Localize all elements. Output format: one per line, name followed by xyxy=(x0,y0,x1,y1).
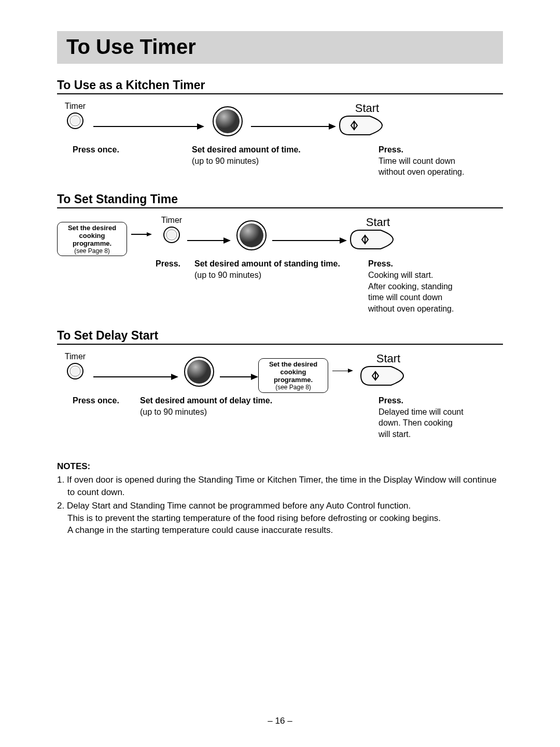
timer-button-icon xyxy=(66,112,84,130)
timer-button-icon xyxy=(66,362,84,380)
start-label: Start xyxy=(355,102,379,115)
delay-row: Timer Set the desired cooking programme.… xyxy=(57,352,503,393)
start-button-block: Start xyxy=(347,216,409,250)
timer-label: Timer xyxy=(161,216,182,225)
caption: Press.Delayed time will countdown. Then … xyxy=(379,395,464,440)
dial-block xyxy=(231,219,272,252)
programme-box: Set the desired cooking programme. (see … xyxy=(57,222,127,257)
programme-box: Set the desired cooking programme. (see … xyxy=(258,358,328,393)
standing-captions: Press. Set desired amount of standing ti… xyxy=(57,258,503,314)
page-title: To Use Timer xyxy=(57,31,503,64)
section-heading-kitchen: To Use as a Kitchen Timer xyxy=(57,78,503,94)
arrow-icon xyxy=(93,361,178,392)
arrow-icon xyxy=(220,361,258,392)
page-number: – 16 – xyxy=(0,716,560,726)
arrow-icon xyxy=(272,225,347,256)
svg-point-8 xyxy=(167,231,176,239)
dial-icon xyxy=(183,355,216,388)
kitchen-captions: Press once. Set desired amount of time.(… xyxy=(57,144,503,178)
svg-point-4 xyxy=(216,109,240,133)
start-button-block: Start xyxy=(357,352,419,386)
arrow-icon xyxy=(332,369,353,373)
dial-icon xyxy=(211,105,244,138)
arrow-icon xyxy=(187,225,231,256)
caption: Set desired amount of delay time.(up to … xyxy=(140,395,363,440)
section-heading-standing: To Set Standing Time xyxy=(57,192,503,208)
svg-point-2 xyxy=(71,117,79,125)
standing-row: Set the desired cooking programme. (see … xyxy=(57,216,503,257)
note-item: 1. If oven door is opened during the Sta… xyxy=(57,474,503,499)
caption: Press once. xyxy=(73,395,140,440)
caption: Press. xyxy=(156,258,194,314)
timer-label: Timer xyxy=(65,352,86,361)
section-heading-delay: To Set Delay Start xyxy=(57,329,503,345)
start-button-icon xyxy=(339,115,396,136)
notes-heading: NOTES: xyxy=(57,460,503,473)
svg-point-14 xyxy=(71,367,79,375)
timer-button-icon xyxy=(163,226,180,244)
svg-point-10 xyxy=(240,223,263,247)
manual-page: To Use Timer To Use as a Kitchen Timer T… xyxy=(0,0,560,537)
caption: Set desired amount of standing time.(up … xyxy=(194,258,355,314)
start-button-block: Start xyxy=(336,102,398,136)
dial-icon xyxy=(235,219,268,252)
note-subline: A change in the starting temperature cou… xyxy=(57,524,503,537)
start-button-icon xyxy=(360,365,417,386)
timer-label: Timer xyxy=(65,102,86,111)
start-label: Start xyxy=(376,352,400,365)
note-subline: This is to prevent the starting temperat… xyxy=(57,512,503,525)
arrow-icon xyxy=(93,111,204,142)
caption: Set desired amount of time.(up to 90 min… xyxy=(192,144,358,178)
kitchen-row: Timer Start xyxy=(57,102,503,142)
svg-point-16 xyxy=(187,360,211,384)
arrow-icon xyxy=(251,111,336,142)
start-label: Start xyxy=(366,216,390,229)
timer-button-block: Timer xyxy=(57,102,93,130)
note-item: 2. Delay Start and Standing Time cannot … xyxy=(57,500,503,512)
caption: Press.Cooking will start.After cooking, … xyxy=(368,258,454,314)
delay-captions: Press once. Set desired amount of delay … xyxy=(57,395,503,440)
caption: Press once. xyxy=(73,144,161,178)
timer-button-block: Timer xyxy=(156,216,187,244)
start-button-icon xyxy=(349,229,407,250)
arrow-icon xyxy=(131,232,152,236)
notes-block: NOTES: 1. If oven door is opened during … xyxy=(57,460,503,537)
caption: Press.Time will count downwithout oven o… xyxy=(379,144,464,178)
dial-block xyxy=(178,355,220,388)
timer-button-block: Timer xyxy=(57,352,93,380)
dial-block xyxy=(204,105,251,138)
